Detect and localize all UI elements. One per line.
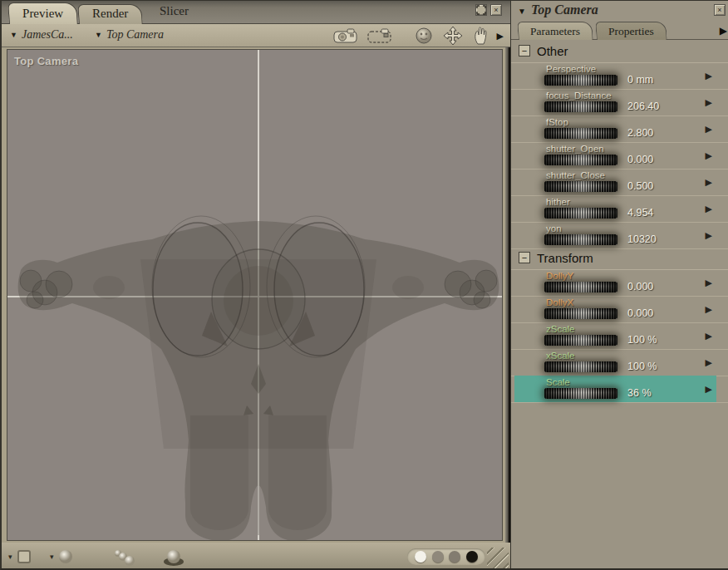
parameter-dial[interactable] — [544, 75, 617, 86]
parameter-row[interactable]: zScale 100 % ▶ — [511, 323, 728, 350]
parameter-dial[interactable] — [544, 388, 617, 399]
doc-color-black[interactable] — [466, 551, 478, 563]
doc-color-lightgray[interactable] — [432, 551, 444, 563]
figure-dropdown[interactable]: ▼ JamesCa... — [10, 28, 73, 42]
camera-dropdown-label: Top Camera — [106, 28, 164, 42]
collapse-icon[interactable]: − — [519, 45, 530, 57]
tab-parameters[interactable]: Parameters — [517, 22, 593, 40]
render-camera-icon[interactable] — [332, 27, 359, 45]
section-name: Transform — [537, 251, 593, 265]
slicer-palette-title: Slicer — [160, 4, 189, 18]
doc-color-gray[interactable] — [449, 551, 460, 563]
tab-properties[interactable]: Properties — [595, 22, 667, 40]
doc-color-white[interactable] — [415, 551, 426, 563]
dropdown-arrow-icon: ▼ — [10, 31, 17, 39]
ground-shadow-ball-icon[interactable] — [161, 548, 186, 567]
parameter-label: focus_Distance — [546, 91, 612, 101]
display-style-bar: ▾ ▾ — [2, 543, 510, 570]
document-pane: Preview Render Slicer × ▼ JamesCa... ▼ T… — [2, 1, 510, 570]
parameter-flyout-arrow[interactable]: ▶ — [706, 150, 712, 161]
parameter-flyout-arrow[interactable]: ▶ — [706, 177, 712, 188]
hand-camera-icon[interactable] — [473, 26, 488, 46]
poser-window: Preview Render Slicer × ▼ JamesCa... ▼ T… — [0, 0, 728, 570]
parameter-flyout-arrow[interactable]: ▶ — [706, 357, 712, 368]
parameter-row[interactable]: hither 4.954 ▶ — [511, 196, 728, 223]
palette-tabbar: Parameters Properties ▶ — [511, 21, 728, 40]
parameter-dial[interactable] — [544, 101, 617, 112]
toolbar-flyout-arrow[interactable]: ▶ — [497, 31, 504, 42]
parameter-flyout-arrow[interactable]: ▶ — [706, 304, 712, 315]
palette-title: Top Camera — [531, 2, 598, 17]
parameter-label: DollyX — [546, 297, 573, 307]
parameter-dial[interactable] — [544, 181, 617, 192]
palette-dropdown-arrow[interactable]: ▼ — [518, 7, 526, 16]
parameter-row[interactable]: DollyY 0.000 ▶ — [511, 270, 728, 297]
parameter-value: 10320 — [627, 233, 657, 245]
camera-trackball-icon[interactable] — [415, 27, 433, 45]
parameter-value: 0.000 — [627, 281, 653, 292]
parameter-value: 2.800 — [627, 127, 653, 139]
camera-dropdown[interactable]: ▼ Top Camera — [95, 28, 164, 42]
document-tabbar: Preview Render Slicer × — [2, 1, 510, 24]
parameter-row[interactable]: yon 10320 ▶ — [511, 223, 728, 249]
parameter-value: 100 % — [627, 334, 657, 346]
parameter-dial[interactable] — [544, 361, 617, 372]
parameter-row[interactable]: fStop 2.800 ▶ — [511, 116, 728, 143]
parameter-dial[interactable] — [544, 282, 617, 292]
undock-button[interactable] — [475, 4, 487, 16]
parameter-value: 206.40 — [627, 101, 659, 112]
collapse-icon[interactable]: − — [519, 252, 530, 263]
parameter-row[interactable]: DollyX 0.000 ▶ — [511, 297, 728, 323]
parameter-flyout-arrow[interactable]: ▶ — [706, 331, 712, 342]
parameter-dial[interactable] — [544, 155, 617, 165]
viewport[interactable]: Top Camera — [7, 49, 503, 541]
parameters-palette: ▼ Top Camera × Parameters Properties ▶ −… — [510, 1, 728, 570]
parameter-row[interactable]: shutter_Close 0.500 ▶ — [511, 170, 728, 196]
parameter-dial[interactable] — [544, 208, 617, 219]
parameter-label: Perspective — [546, 64, 596, 74]
move-camera-icon[interactable] — [440, 26, 465, 46]
box-tracking-icon[interactable] — [16, 548, 32, 565]
parameter-flyout-arrow[interactable]: ▶ — [706, 71, 712, 81]
undock-icon — [476, 5, 486, 15]
parameter-flyout-arrow[interactable]: ▶ — [706, 204, 712, 214]
viewport-frame: Top Camera — [2, 47, 510, 543]
parameter-row[interactable]: focus_Distance 206.40 ▶ — [511, 90, 728, 116]
shaded-ball-icon[interactable] — [57, 548, 74, 565]
style-dropdown-arrow[interactable]: ▾ — [50, 553, 54, 561]
parameter-label: fStop — [546, 117, 568, 127]
parameter-value: 4.954 — [627, 207, 653, 219]
parameter-value: 36 % — [627, 387, 652, 399]
parameter-value: 0.000 — [627, 307, 653, 319]
close-pane-button[interactable]: × — [490, 4, 502, 16]
tab-preview[interactable]: Preview — [7, 2, 78, 24]
section-name: Other — [537, 44, 568, 58]
parameter-value: 0 mm — [627, 74, 653, 86]
parameter-label: xScale — [546, 351, 575, 361]
parameter-flyout-arrow[interactable]: ▶ — [706, 124, 712, 135]
parameter-label: shutter_Open — [546, 144, 604, 154]
parameter-flyout-arrow[interactable]: ▶ — [706, 97, 712, 108]
dropdown-arrow-icon: ▼ — [95, 31, 102, 39]
palette-close-button[interactable]: × — [714, 4, 726, 16]
tracking-dropdown-arrow[interactable]: ▾ — [8, 553, 12, 561]
parameter-flyout-arrow[interactable]: ▶ — [706, 278, 712, 288]
parameter-row[interactable]: xScale 100 % ▶ — [511, 350, 728, 376]
parameter-dial[interactable] — [544, 308, 617, 319]
parameter-dial[interactable] — [544, 234, 617, 245]
parameter-flyout-arrow[interactable]: ▶ — [706, 230, 712, 241]
figure-top-view[interactable] — [7, 50, 503, 541]
parameter-flyout-arrow[interactable]: ▶ — [706, 384, 712, 395]
area-render-camera-icon[interactable] — [366, 27, 393, 45]
section-header: − Other — [511, 42, 728, 63]
palette-flyout-arrow[interactable]: ▶ — [720, 25, 727, 37]
parameter-row[interactable]: Scale 36 % ▶ — [511, 376, 728, 403]
parameter-row[interactable]: shutter_Open 0.000 ▶ — [511, 143, 728, 170]
parameter-dial[interactable] — [544, 128, 617, 139]
resize-grip[interactable] — [487, 548, 509, 569]
element-style-balls-icon[interactable] — [111, 548, 140, 567]
parameter-dial[interactable] — [544, 335, 617, 346]
tab-render[interactable]: Render — [77, 4, 143, 24]
parameter-row[interactable]: Perspective 0 mm ▶ — [511, 63, 728, 90]
parameter-section: − Transform DollyY 0.000 ▶ DollyX 0.000 … — [511, 249, 728, 403]
